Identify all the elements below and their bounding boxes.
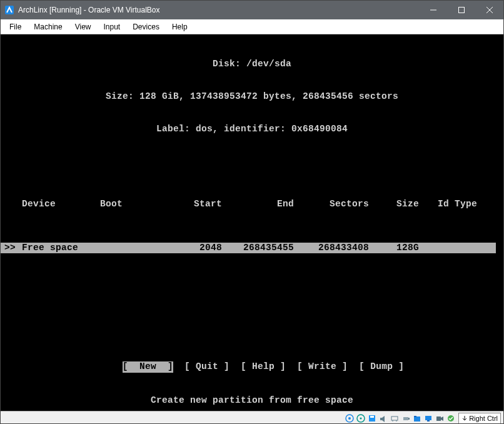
cell-sectors: 268433408 <box>294 243 369 253</box>
svg-rect-11 <box>380 418 382 420</box>
menu-view[interactable]: View <box>69 19 98 34</box>
menu-machine[interactable]: Machine <box>28 19 68 34</box>
menu-help[interactable]: Help <box>166 19 194 34</box>
col-device: Device <box>22 199 100 209</box>
network-icon[interactable] <box>390 413 400 423</box>
disk-line: Disk: /dev/sda <box>4 59 500 69</box>
audio-icon[interactable] <box>378 413 388 423</box>
partition-table-header: Device Boot Start End Sectors Size Id Ty… <box>4 199 500 209</box>
menu-file[interactable]: File <box>3 19 28 34</box>
cell-idtype <box>419 243 492 253</box>
svg-rect-19 <box>425 416 431 420</box>
svg-rect-21 <box>436 416 441 421</box>
menu-opt-help[interactable]: [ Help ] <box>241 361 286 372</box>
svg-rect-18 <box>414 416 416 417</box>
menubar: File Machine View Input Devices Help <box>1 19 503 34</box>
partition-row-free-space[interactable]: >> Free space 2048 268435455 268433408 1… <box>1 243 496 253</box>
cell-size: 128G <box>369 243 419 253</box>
cell-start: 2048 <box>159 243 222 253</box>
svg-rect-12 <box>391 416 398 420</box>
guest-additions-icon[interactable] <box>446 413 456 423</box>
svg-rect-16 <box>408 418 410 420</box>
svg-rect-2 <box>458 8 464 13</box>
cfdisk-hint: Create new partition from free space <box>1 395 503 406</box>
statusbar: Right Ctrl <box>1 411 503 424</box>
minimize-button[interactable] <box>419 1 447 19</box>
col-start: Start <box>159 199 222 209</box>
row-cursor: >> <box>4 243 22 253</box>
terminal-area[interactable]: Disk: /dev/sda Size: 128 GiB, 1374389534… <box>1 34 503 411</box>
window-titlebar: ArchLinx [Running] - Oracle VM VirtualBo… <box>1 1 503 19</box>
display-icon[interactable] <box>423 413 433 423</box>
svg-point-6 <box>348 417 351 420</box>
menu-devices[interactable]: Devices <box>126 19 166 34</box>
hostkey-indicator[interactable]: Right Ctrl <box>458 413 501 424</box>
svg-rect-20 <box>427 420 430 421</box>
col-end: End <box>222 199 294 209</box>
virtualbox-icon <box>4 5 14 15</box>
col-sectors: Sectors <box>294 199 369 209</box>
col-size: Size <box>369 199 419 209</box>
label-line: Label: dos, identifier: 0x68490084 <box>4 124 500 134</box>
recording-icon[interactable] <box>435 413 445 423</box>
cell-end: 268435455 <box>222 243 294 253</box>
harddisk-icon[interactable] <box>345 413 355 423</box>
svg-rect-15 <box>403 417 408 420</box>
svg-point-8 <box>360 417 362 419</box>
menu-opt-dump[interactable]: [ Dump ] <box>359 361 404 372</box>
menu-opt-new[interactable]: [ New ] <box>123 361 173 372</box>
maximize-button[interactable] <box>447 1 475 19</box>
hostkey-arrow-icon <box>461 415 468 421</box>
col-idtype: Id Type <box>419 199 500 209</box>
menu-input[interactable]: Input <box>98 19 127 34</box>
size-line: Size: 128 GiB, 137438953472 bytes, 26843… <box>4 91 500 102</box>
svg-rect-17 <box>414 416 420 421</box>
hostkey-label: Right Ctrl <box>469 415 498 422</box>
optical-icon[interactable] <box>356 413 366 423</box>
close-button[interactable] <box>475 1 503 19</box>
cell-boot <box>100 243 159 253</box>
menu-opt-write[interactable]: [ Write ] <box>297 361 348 372</box>
floppy-icon[interactable] <box>367 413 377 423</box>
col-boot: Boot <box>100 199 159 209</box>
cfdisk-menu: [ New ] [ Quit ] [ Help ] [ Write ] [ Du… <box>1 351 503 383</box>
cell-device: Free space <box>22 243 100 253</box>
shared-folders-icon[interactable] <box>412 413 422 423</box>
window-title: ArchLinx [Running] - Oracle VM VirtualBo… <box>18 6 419 14</box>
usb-icon[interactable] <box>401 413 411 423</box>
menu-opt-quit[interactable]: [ Quit ] <box>184 361 229 372</box>
svg-rect-10 <box>370 416 374 418</box>
